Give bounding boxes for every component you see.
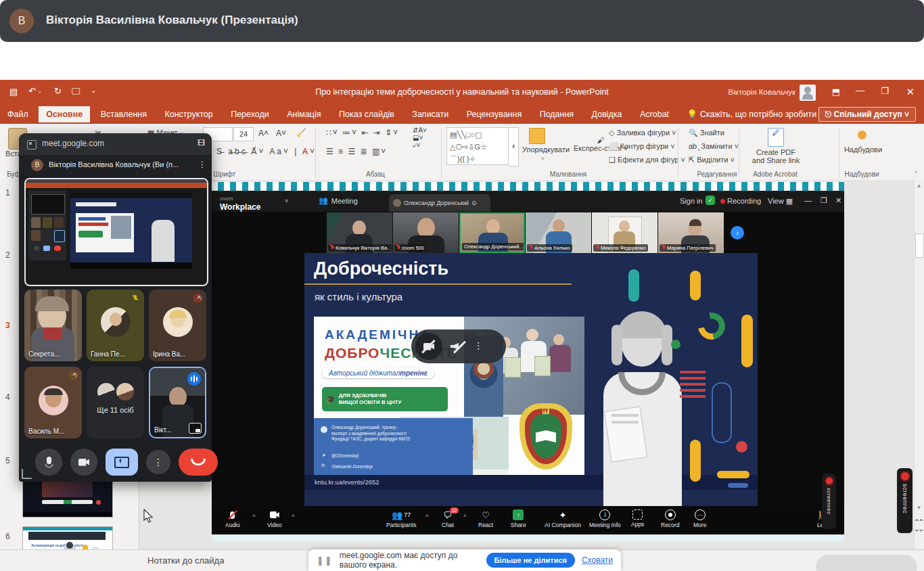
addins-button[interactable]: Надбудови: [843, 145, 883, 154]
slide-number-1[interactable]: 1: [5, 188, 10, 198]
zoom-participants-button[interactable]: 👥77 Participants: [386, 509, 416, 528]
participant-tile[interactable]: Марина Патрілевич: [658, 212, 724, 253]
zoom-ai-companion-button[interactable]: ✦AI Companion: [545, 509, 581, 528]
clear-format-icon[interactable]: 🧹: [296, 128, 306, 137]
zoom-react-button[interactable]: ♡React: [478, 509, 493, 528]
participant-tile[interactable]: Альона Хилько: [526, 212, 591, 253]
list-indent-icons[interactable]: ∷˅ ≔˅ ⇤ ⇥ ⇕˅: [326, 128, 399, 137]
align-icons[interactable]: ☰ ≡ ☰ ≣ ▥˅: [326, 147, 387, 156]
meet-tile-vasyl[interactable]: 🎤̸ Василь М...: [24, 367, 82, 438]
minimize-button[interactable]: —: [856, 85, 864, 95]
close-button[interactable]: ✕: [906, 86, 915, 98]
account-avatar[interactable]: [800, 85, 816, 101]
shrink-font-icon[interactable]: A˅: [276, 129, 286, 138]
create-pdf-button[interactable]: Create PDFand Share link: [745, 148, 806, 164]
meet-present-button-active[interactable]: [106, 449, 138, 476]
tab-transitions[interactable]: Переходи: [223, 106, 277, 122]
select-button[interactable]: ⇱ Виділити ˅: [689, 156, 735, 164]
zoom-meeting-info-button[interactable]: i Meeting Info: [589, 509, 621, 528]
slide-number-6[interactable]: 6: [5, 532, 10, 541]
view-button[interactable]: View ▦: [768, 197, 793, 206]
pip-camera-icon[interactable]: 🎞: [198, 139, 205, 147]
share-button[interactable]: ⎋ Спільний доступ ˅: [818, 107, 916, 122]
tab-file[interactable]: Файл: [0, 106, 36, 122]
zoom-more-button[interactable]: ⋯ More: [693, 509, 706, 528]
zoom-logo-caret[interactable]: ˅: [285, 198, 288, 204]
tab-design[interactable]: Конструктор: [157, 106, 220, 122]
font-style-icons[interactable]: S̶ a̶b̶c̶ A⃗˅ Aa˅ | A˅: [216, 147, 317, 156]
tab-slideshow[interactable]: Показ слайдів: [331, 106, 402, 122]
zoom-session-tab[interactable]: Олександр Доренський, ЦНТУ's ⊙: [389, 194, 490, 212]
zoom-logo[interactable]: zoom Workplace: [220, 193, 260, 211]
drag-handle-icon[interactable]: ❚❚: [317, 555, 333, 566]
arrange-button[interactable]: Упорядкувати˅: [522, 145, 570, 162]
zoom-signin-link[interactable]: Sign in: [680, 197, 703, 205]
video-caret[interactable]: ˄: [292, 513, 295, 519]
meet-tile-self-video[interactable]: Вікт...: [149, 367, 206, 438]
tab-view[interactable]: Подання: [532, 106, 581, 122]
stop-sharing-button[interactable]: Більше не ділитися: [486, 553, 575, 568]
shapes-gallery[interactable]: ▤╲╲□○▢△⎔⇨⇩G☆⌒)({ }✧: [446, 127, 509, 165]
start-slideshow-icon[interactable]: 🖵: [72, 86, 80, 97]
tab-more-icon[interactable]: ⊙: [471, 200, 477, 206]
participant-tile[interactable]: Ковальчук Вікторія Ва..: [327, 212, 392, 253]
zoom-maximize-button[interactable]: ❐: [821, 196, 827, 205]
zoom-close-button[interactable]: ✕: [835, 196, 841, 205]
save-icon[interactable]: ▤: [9, 87, 18, 97]
meet-titlebar[interactable]: meet.google.com 🎞: [19, 133, 212, 155]
tab-acrobat[interactable]: Acrobat: [632, 106, 676, 122]
screen-share-preview[interactable]: [24, 178, 208, 286]
meet-tile-others[interactable]: Ще 11 осіб: [87, 367, 144, 438]
speaker-off-icon[interactable]: [451, 340, 465, 352]
meet-camera-button[interactable]: [70, 449, 97, 476]
security-shield-icon[interactable]: ✓: [706, 196, 715, 205]
restore-button[interactable]: ❐: [881, 86, 889, 96]
overlay-more-icon[interactable]: ⋯: [473, 342, 484, 352]
tab-insert[interactable]: Вставлення: [93, 106, 154, 122]
previous-slide-button[interactable]: ⏶⏶: [915, 516, 923, 525]
chat-caret[interactable]: ˄: [463, 513, 467, 519]
arrange-icon[interactable]: [529, 128, 545, 144]
participant-tile-active-speaker[interactable]: Олександр Доренський, ..: [459, 212, 525, 253]
zoom-apps-button[interactable]: Apps: [631, 509, 644, 528]
grow-font-icon[interactable]: A˄: [258, 129, 269, 138]
addins-icon[interactable]: [858, 131, 867, 139]
meet-more-button[interactable]: ⋮: [146, 450, 170, 474]
tab-record[interactable]: Записати: [405, 106, 456, 122]
redo-icon[interactable]: ↻: [54, 86, 62, 96]
tab-animations[interactable]: Анімація: [279, 106, 328, 122]
scrollbar-thumb[interactable]: [915, 233, 924, 258]
slide-number-3-current[interactable]: 3: [5, 321, 10, 330]
tab-home[interactable]: Основне: [39, 106, 90, 122]
zoom-chat-button[interactable]: 🗩12 Chat: [442, 509, 454, 528]
slide-number-2[interactable]: 2: [5, 250, 10, 260]
find-button[interactable]: 🔍 Знайти: [689, 129, 724, 137]
meet-mic-button[interactable]: [35, 449, 62, 476]
ribbon-display-options-icon[interactable]: ⬒: [832, 87, 840, 97]
filmstrip-next-icon[interactable]: ›: [731, 226, 744, 239]
slide-number-4[interactable]: 4: [5, 392, 10, 402]
zoom-audio-button[interactable]: Audio: [225, 509, 240, 528]
camera-off-icon[interactable]: [415, 333, 442, 360]
account-name[interactable]: Вікторія Ковальчук: [729, 88, 795, 96]
zoom-record-button[interactable]: Record: [661, 509, 679, 528]
meet-overlay-controls[interactable]: ⋯: [411, 329, 506, 363]
participants-caret[interactable]: ˄: [425, 513, 429, 519]
font-size-box[interactable]: 24: [233, 127, 254, 141]
shape-fill-button[interactable]: ◇ Заливка фігури ˅: [609, 129, 676, 137]
text-direction-icons[interactable]: ⇵A˅⬓˅⤶˅: [413, 127, 427, 150]
shape-effects-button[interactable]: ❑ Ефекти для фігур ˅: [609, 156, 685, 164]
participant-tile[interactable]: Микола Федоренко: [592, 212, 657, 253]
slide-number-5[interactable]: 5: [5, 456, 10, 465]
zoom-meeting-tab[interactable]: 👥Meeting: [319, 196, 358, 205]
create-pdf-icon[interactable]: 🖉: [768, 128, 784, 147]
header-more-icon[interactable]: ⋮: [198, 160, 206, 169]
collapse-ribbon-icon[interactable]: ⌃: [913, 170, 919, 177]
meet-tile-hanna[interactable]: Ганна Пе...: [87, 290, 144, 361]
shapes-more-button[interactable]: ⇟: [509, 127, 519, 166]
screenrec-widget-inner[interactable]: screenrec: [822, 474, 836, 529]
tell-me-box[interactable]: 💡 Скажіть, що потрібно зробити: [680, 106, 825, 122]
scroll-up-button[interactable]: ▲: [915, 181, 923, 191]
scroll-down-button[interactable]: ▼: [915, 503, 923, 513]
replace-button[interactable]: ab ̧ Замінити ˅: [689, 142, 739, 150]
